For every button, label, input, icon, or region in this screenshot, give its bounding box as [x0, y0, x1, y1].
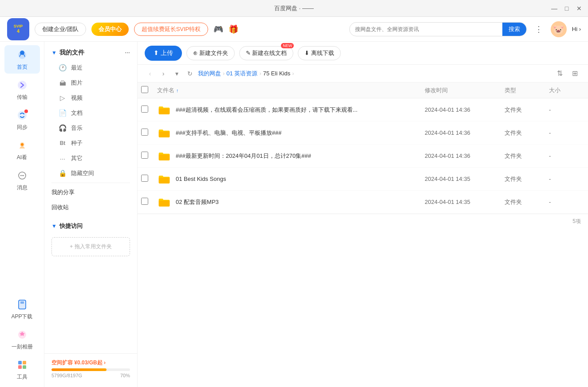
sidebar-label-ai: AI看: [17, 154, 27, 161]
game-icon[interactable]: 🎮: [213, 24, 223, 34]
add-folder-box[interactable]: + 拖入常用文件夹: [51, 237, 130, 256]
ai-icon: [16, 139, 29, 152]
app-container: SVIP 4 创建企业/团队 会员中心 超值续费延长SVIP特权 🎮 🎁 搜索 …: [0, 17, 588, 387]
new-doc-button[interactable]: ✎ 新建在线文档 NEW: [239, 46, 294, 60]
row-checkbox-2[interactable]: [141, 152, 148, 159]
more-options-button[interactable]: ⋮: [532, 23, 545, 36]
quick-access-header: ▼ 快捷访问: [44, 219, 137, 234]
sidebar-item-app[interactable]: APP下载: [4, 295, 40, 323]
header-name: 文件名 ↑: [157, 86, 425, 94]
sidebar-label-album: 一刻相册: [12, 343, 33, 351]
row-checkbox-4[interactable]: [141, 198, 148, 205]
nav-refresh-button[interactable]: ↻: [185, 68, 195, 79]
my-share-item[interactable]: 我的分享: [44, 185, 137, 200]
row-type-3: 文件夹: [505, 175, 549, 183]
sidebar-item-message[interactable]: 消息: [4, 166, 40, 194]
search-button[interactable]: 搜索: [502, 23, 526, 36]
svg-rect-14: [18, 361, 22, 364]
search-input[interactable]: [350, 23, 502, 36]
breadcrumb: 我的网盘 › 01 英语资源 › 75 Eli Kids ›: [198, 70, 294, 78]
nav-forward-button[interactable]: ›: [158, 68, 169, 79]
nav-back-button[interactable]: ‹: [145, 68, 155, 79]
storage-section: 空间扩容 ¥0.03/GB起 › 5799G/8197G 70%: [44, 353, 137, 383]
offline-download-button[interactable]: ⬇ 离线下载: [298, 46, 341, 60]
breadcrumb-level1[interactable]: 01 英语资源: [226, 70, 257, 78]
row-checkbox-1[interactable]: [141, 129, 148, 136]
svg-point-9: [23, 175, 24, 176]
sidebar-item-tools[interactable]: 工具: [4, 355, 40, 383]
menu-bt[interactable]: Bt 种子: [44, 136, 137, 151]
row-date-2: 2024-04-01 14:36: [425, 152, 505, 159]
row-type-2: 文件夹: [505, 152, 549, 160]
select-all-checkbox[interactable]: [141, 86, 148, 93]
sidebar-item-home[interactable]: 首页: [4, 45, 40, 74]
upload-button[interactable]: ⬆ 上传: [145, 46, 182, 61]
row-name-1: ###支持手机、电脑、电视、平板播放###: [157, 126, 425, 140]
menu-recent[interactable]: 🕐 最近: [44, 60, 137, 75]
menu-video-label: 视频: [71, 94, 83, 102]
table-row[interactable]: ###最新更新时间：2024年04月01日，总计270集### 2024-04-…: [138, 145, 588, 168]
maximize-button[interactable]: □: [563, 5, 570, 12]
row-date-0: 2024-04-01 14:36: [425, 106, 505, 113]
grid-view-button[interactable]: ⊞: [568, 67, 581, 80]
create-team-button[interactable]: 创建企业/团队: [35, 23, 86, 36]
vip-center-button[interactable]: 会员中心: [91, 23, 129, 36]
quick-access-arrow: ▼: [51, 223, 57, 229]
table-row[interactable]: ###超清视频，在线观看会压缩画质，如果要画质好，请下载下来观看... 2024…: [138, 98, 588, 121]
new-folder-button[interactable]: ⊕ 新建文件夹: [186, 46, 235, 60]
sidebar-item-ai[interactable]: AI看: [4, 136, 40, 164]
row-name-3: 01 Best Kids Songs: [157, 172, 425, 186]
row-checkbox-cell: [141, 198, 157, 206]
sort-button[interactable]: ⇅: [553, 67, 566, 80]
table-row[interactable]: 01 Best Kids Songs 2024-04-01 14:35 文件夹 …: [138, 168, 588, 191]
menu-images[interactable]: 🏔 图片: [44, 75, 137, 90]
nav-dropdown-button[interactable]: ▾: [171, 68, 182, 79]
new-badge: NEW: [281, 43, 294, 48]
storage-info: 5799G/8197G 70%: [51, 373, 130, 378]
avatar[interactable]: 🐷: [551, 21, 567, 37]
svg-rect-15: [23, 361, 26, 364]
row-checkbox-3[interactable]: [141, 175, 148, 182]
home-icon: [16, 48, 29, 62]
menu-bt-label: 种子: [71, 139, 83, 147]
sidebar-item-transfer[interactable]: 传输: [4, 75, 40, 104]
gift-icon[interactable]: 🎁: [229, 24, 238, 34]
sidebar-label-sync: 同步: [17, 124, 28, 131]
message-icon: [16, 169, 29, 182]
sidebar-label-app: APP下载: [11, 313, 32, 321]
header-checkbox-col: [141, 86, 157, 94]
row-checkbox-cell: [141, 129, 157, 137]
sync-icon-wrap: [16, 109, 29, 122]
recycle-item[interactable]: 回收站: [44, 200, 137, 215]
hidden-icon: 🔒: [59, 169, 67, 177]
file-table: 文件名 ↑ 修改时间 类型 大小: [138, 82, 588, 387]
sort-icon: ↑: [176, 88, 179, 93]
table-row[interactable]: 02 配套音频MP3 2024-04-01 14:35 文件夹 -: [138, 191, 588, 214]
divider-1: [51, 183, 130, 183]
header-date: 修改时间: [425, 86, 505, 94]
sidebar-item-sync[interactable]: 同步: [4, 106, 40, 134]
hi-label[interactable]: Hi ›: [572, 26, 581, 32]
images-icon: 🏔: [59, 79, 67, 87]
menu-doc-label: 文档: [71, 109, 83, 117]
breadcrumb-root[interactable]: 我的网盘: [198, 70, 221, 78]
minimize-button[interactable]: —: [551, 5, 558, 12]
svg-point-5: [21, 143, 24, 146]
storage-title[interactable]: 空间扩容 ¥0.03/GB起 ›: [51, 359, 130, 367]
my-files-more[interactable]: ···: [125, 49, 130, 56]
sidebar-item-album[interactable]: 一刻相册: [4, 325, 40, 353]
folder-icon-0: [157, 103, 171, 117]
svg-rect-16: [18, 365, 22, 369]
breadcrumb-level2: 75 Eli Kids: [263, 70, 290, 77]
row-size-0: -: [549, 106, 584, 113]
svip-extend-button[interactable]: 超值续费延长SVIP特权: [134, 23, 209, 36]
header-type: 类型: [505, 86, 549, 94]
menu-music[interactable]: 🎧 音乐: [44, 121, 137, 136]
menu-other[interactable]: ··· 其它: [44, 151, 137, 166]
menu-doc[interactable]: 📄 文档: [44, 106, 137, 121]
table-row[interactable]: ###支持手机、电脑、电视、平板播放### 2024-04-01 14:36 文…: [138, 121, 588, 145]
close-button[interactable]: ✕: [576, 5, 583, 12]
menu-video[interactable]: ▷ 视频: [44, 90, 137, 106]
row-checkbox-0[interactable]: [141, 106, 148, 113]
menu-hidden[interactable]: 🔒 隐藏空间: [44, 166, 137, 181]
